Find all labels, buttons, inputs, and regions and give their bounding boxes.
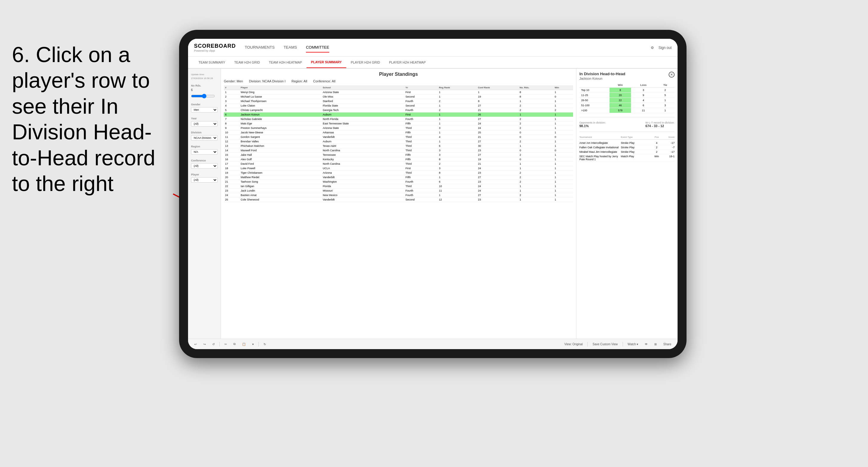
sidebar-update-time: 27/03/2024 16:56:26 bbox=[191, 77, 218, 80]
sub-nav-player-h2h-heatmap[interactable]: PLAYER H2H HEATMAP bbox=[384, 57, 430, 68]
cell-rank: 16 bbox=[224, 157, 239, 162]
redo2-btn[interactable]: ↺ bbox=[211, 342, 216, 347]
sign-out-link[interactable]: Sign out bbox=[658, 46, 672, 50]
h2h-cell-win: 20 bbox=[610, 93, 631, 98]
copy-btn[interactable]: ⧉ bbox=[231, 341, 237, 347]
sidebar-player-select[interactable]: (All) bbox=[191, 177, 218, 183]
table-row[interactable]: 4 Luke Claton Florida State Second 1 27 … bbox=[224, 103, 573, 108]
toolbar-icon-2[interactable]: ⊞ bbox=[652, 342, 658, 347]
cell-school: North Carolina bbox=[321, 148, 404, 153]
cell-rank: 11 bbox=[224, 135, 239, 139]
cell-conf: 23 bbox=[477, 180, 519, 184]
close-button[interactable]: ✕ bbox=[669, 72, 675, 77]
table-row[interactable]: 5 Christo Lamprecht Georgia Tech Fourth … bbox=[224, 108, 573, 113]
table-row[interactable]: 11 Gordon Sargent Vanderbilt Third 4 21 … bbox=[224, 135, 573, 139]
undo-btn[interactable]: ↩ bbox=[192, 342, 198, 347]
table-row[interactable]: 10 Jacob New-Sleese Arkansas Fifth 1 25 … bbox=[224, 130, 573, 135]
cell-player: Christo Lamprecht bbox=[239, 108, 321, 113]
cell-player: Jack Lundin bbox=[239, 189, 321, 193]
t-type: Match Play bbox=[621, 155, 651, 161]
toolbar-icon-1[interactable]: 👁 bbox=[643, 342, 650, 347]
sub-nav-player-h2h-grid[interactable]: PLAYER H2H GRID bbox=[346, 57, 384, 68]
table-row[interactable]: 13 Phichakun Malchon Texas A&M Third 6 3… bbox=[224, 144, 573, 148]
cell-rds: 1 bbox=[519, 144, 554, 148]
cell-school: Arizona bbox=[321, 171, 404, 175]
t-pos: Win bbox=[652, 155, 661, 161]
sidebar-conference: Conference (All) bbox=[191, 159, 218, 168]
sub-nav-team-h2h-grid[interactable]: TEAM H2H GRID bbox=[230, 57, 265, 68]
sidebar-gender-select[interactable]: Men bbox=[191, 107, 218, 113]
table-row[interactable]: 18 Luke Powell UCLA First 3 24 1 1 bbox=[224, 166, 573, 171]
table-row[interactable]: 7 Nicholas Gabriele North Florida Fourth… bbox=[224, 117, 573, 121]
view-original-btn[interactable]: View: Original bbox=[563, 342, 585, 347]
cell-reg: 1 bbox=[438, 117, 477, 121]
cut-btn[interactable]: ✂ bbox=[223, 342, 229, 347]
table-row[interactable]: 14 Maxwell Ford North Carolina Third 3 2… bbox=[224, 148, 573, 153]
save-custom-btn[interactable]: Save Custom View bbox=[591, 342, 619, 347]
table-row[interactable]: 16 Alex Goff Kentucky Fifth 8 19 0 1 bbox=[224, 157, 573, 162]
more-btn[interactable]: ▾ bbox=[250, 342, 255, 347]
h2h-title: In Division Head-to-Head bbox=[579, 72, 625, 76]
cell-school: New Mexico bbox=[321, 193, 404, 197]
cell-win: 1 bbox=[553, 139, 573, 144]
table-row[interactable]: 17 David Ford North Carolina Third 2 21 … bbox=[224, 162, 573, 166]
cell-school: Auburn bbox=[321, 139, 404, 144]
nav-committee[interactable]: COMMITTEE bbox=[306, 43, 329, 53]
sidebar-division-select[interactable]: NCAA Division I bbox=[191, 135, 218, 141]
cell-reg: 2 bbox=[438, 99, 477, 103]
table-row[interactable]: 15 Jake Hall Tennessee Fifth 3 27 2 1 bbox=[224, 153, 573, 157]
table-row[interactable]: 25 Cole Sherwood Vanderbilt Second 12 23… bbox=[224, 197, 573, 202]
cell-win: 1 bbox=[553, 99, 573, 103]
table-row[interactable]: 19 Tiger Christiansen Arizona Third 8 23… bbox=[224, 171, 573, 175]
table-row[interactable]: 6 Jackson Koivun Auburn First 1 26 1 1 bbox=[224, 113, 573, 117]
h2h-cell-tie: 5 bbox=[656, 93, 675, 98]
cell-school: Kentucky bbox=[321, 157, 404, 162]
table-title: Player Standings bbox=[224, 72, 573, 77]
col-no-rds: No. Rds. bbox=[519, 85, 554, 90]
cell-win: 1 bbox=[553, 162, 573, 166]
h2h-cell-label: >100 bbox=[579, 108, 610, 113]
h2h-record-value: 674 - 33 - 12 bbox=[645, 124, 675, 128]
watch-btn[interactable]: Watch ▾ bbox=[626, 342, 640, 347]
table-row[interactable]: 8 Mats Ege East Tennessee State Fifth 1 … bbox=[224, 121, 573, 126]
refresh-btn[interactable]: ↻ bbox=[262, 342, 268, 347]
redo-btn[interactable]: ↪ bbox=[202, 342, 208, 347]
table-row[interactable]: 9 Preston Summerhays Arizona State Third… bbox=[224, 126, 573, 130]
no-rds-slider[interactable] bbox=[191, 94, 215, 98]
cell-reg: 4 bbox=[438, 135, 477, 139]
t-header-type: Event Type bbox=[621, 136, 651, 138]
h2h-cell-loss: 6 bbox=[631, 103, 656, 108]
cell-win: 1 bbox=[553, 113, 573, 117]
table-row[interactable]: 23 Jack Lundin Missouri Fourth 11 24 1 1 bbox=[224, 189, 573, 193]
table-row[interactable]: 2 Michael La Sasse Ole Miss Second 1 19 … bbox=[224, 95, 573, 99]
table-row[interactable]: 22 Ian Gilligan Florida Third 10 24 1 1 bbox=[224, 184, 573, 189]
t-score: 18-1 bbox=[663, 155, 675, 161]
cell-win: 0 bbox=[553, 95, 573, 99]
cell-rank: 20 bbox=[224, 175, 239, 180]
table-row[interactable]: 21 Taehoon Song Washington Fourth 6 23 2… bbox=[224, 180, 573, 184]
cell-yr: Third bbox=[404, 139, 438, 144]
nav-tournaments[interactable]: TOURNAMENTS bbox=[245, 43, 275, 53]
nav-icon: ⚙ bbox=[651, 46, 654, 50]
cell-yr: Fifth bbox=[404, 130, 438, 135]
table-row[interactable]: 12 Brendan Valles Auburn Third 1 27 2 1 bbox=[224, 139, 573, 144]
share-btn[interactable]: Share bbox=[661, 342, 673, 347]
table-row[interactable]: 20 Matthew Riedel Vanderbilt Fifth 1 27 … bbox=[224, 175, 573, 180]
sub-nav-team-h2h-heatmap[interactable]: TEAM H2H HEATMAP bbox=[265, 57, 307, 68]
sub-nav: TEAM SUMMARY TEAM H2H GRID TEAM H2H HEAT… bbox=[188, 57, 678, 69]
t-pos: 2 bbox=[652, 150, 661, 153]
sidebar-region-select[interactable]: N/A bbox=[191, 149, 218, 155]
table-row[interactable]: 24 Bastien Amat New Mexico Fourth 1 27 2… bbox=[224, 193, 573, 197]
sidebar-no-rds: No Rds. 6 bbox=[191, 84, 218, 98]
h2h-opponents-value: 98.1% bbox=[579, 124, 606, 128]
table-row[interactable]: 3 Michael Thorbjornsen Stanford Fourth 2… bbox=[224, 99, 573, 103]
cell-player: Mats Ege bbox=[239, 121, 321, 126]
nav-teams[interactable]: TEAMS bbox=[284, 43, 297, 53]
paste-btn[interactable]: 📋 bbox=[240, 342, 247, 347]
h2h-row: >100 578 11 1 bbox=[579, 108, 675, 113]
sub-nav-team-summary[interactable]: TEAM SUMMARY bbox=[194, 57, 230, 68]
sub-nav-player-summary[interactable]: PLAYER SUMMARY bbox=[307, 57, 346, 68]
sidebar-year-select[interactable]: (All) bbox=[191, 121, 218, 127]
table-row[interactable]: 1 Wenyi Ding Arizona State First 1 1 8 1 bbox=[224, 90, 573, 95]
sidebar-conference-select[interactable]: (All) bbox=[191, 163, 218, 168]
